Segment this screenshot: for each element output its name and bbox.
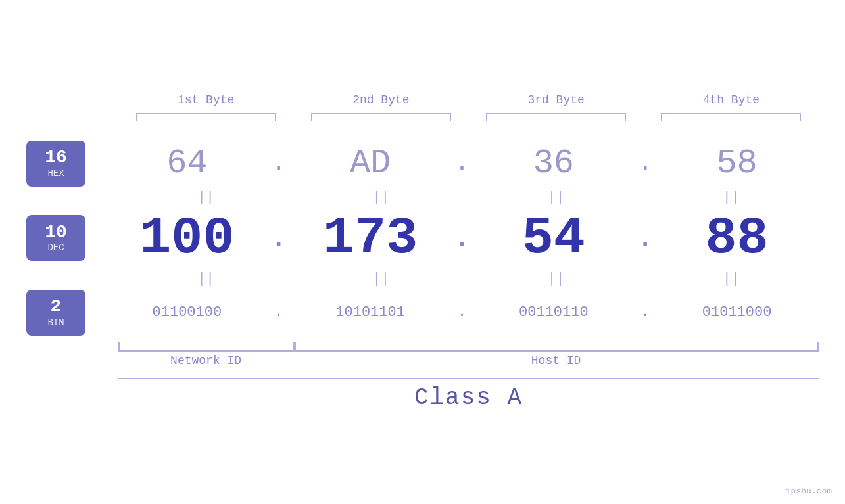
equals-1-b1: || bbox=[118, 189, 293, 206]
byte3-header: 3rd Byte bbox=[469, 93, 644, 106]
hex-byte1: 64 bbox=[105, 144, 269, 183]
equals-2-b4: || bbox=[644, 271, 819, 287]
bin-row: 2 BIN 01100100 . 10101101 . 00110110 . 0… bbox=[26, 290, 819, 336]
hex-base-label: HEX bbox=[47, 168, 64, 179]
hex-byte3: 36 bbox=[472, 144, 636, 183]
host-bracket bbox=[295, 342, 819, 352]
hex-base-number: 16 bbox=[45, 148, 67, 168]
top-brackets bbox=[26, 113, 819, 121]
equals-1-b4: || bbox=[644, 189, 819, 206]
byte-headers: 1st Byte 2nd Byte 3rd Byte 4th Byte bbox=[26, 93, 819, 106]
dec-values-row: 100 . 173 . 54 . 88 bbox=[105, 208, 819, 268]
bin-base-number: 2 bbox=[51, 297, 62, 317]
equals-1-b3: || bbox=[469, 189, 644, 206]
equals-2-b2: || bbox=[293, 271, 468, 287]
equals-2-b1: || bbox=[118, 271, 293, 287]
equals-2-b3: || bbox=[469, 271, 644, 287]
equals-1-b2: || bbox=[293, 189, 468, 206]
top-bracket-1 bbox=[118, 113, 293, 121]
dec-byte1: 100 bbox=[105, 208, 269, 268]
dec-byte3: 54 bbox=[472, 208, 636, 268]
host-id-label-cell: Host ID bbox=[293, 354, 819, 367]
dec-row: 10 DEC 100 . 173 . 54 . 88 bbox=[26, 208, 819, 268]
byte4-header: 4th Byte bbox=[644, 93, 819, 106]
hex-values-row: 64 . AD . 36 . 58 bbox=[105, 144, 819, 183]
network-bracket bbox=[118, 342, 295, 352]
byte1-header: 1st Byte bbox=[118, 93, 293, 106]
bin-byte2: 10101101 bbox=[289, 304, 452, 321]
dec-base-label: DEC bbox=[47, 242, 64, 253]
bin-badge: 2 BIN bbox=[26, 290, 85, 336]
top-bracket-4 bbox=[644, 113, 819, 121]
main-container: 1st Byte 2nd Byte 3rd Byte 4th Byte 16 H… bbox=[0, 0, 845, 504]
class-label: Class A bbox=[118, 384, 819, 411]
equals-row-2: || || || || bbox=[26, 271, 819, 287]
bottom-brackets-container bbox=[26, 342, 819, 352]
network-id-label: Network ID bbox=[170, 354, 241, 367]
labels-row: Network ID Host ID bbox=[26, 354, 819, 367]
watermark: ipshu.com bbox=[786, 486, 832, 496]
dec-byte4: 88 bbox=[655, 208, 819, 268]
bin-dot2: . bbox=[452, 306, 472, 320]
equals-row-1: || || || || bbox=[26, 189, 819, 206]
top-bracket-2 bbox=[293, 113, 468, 121]
host-id-label: Host ID bbox=[531, 354, 581, 367]
hex-badge: 16 HEX bbox=[26, 141, 85, 187]
bin-byte1: 01100100 bbox=[105, 304, 269, 321]
bin-byte4: 01011000 bbox=[655, 304, 819, 321]
dec-badge: 10 DEC bbox=[26, 215, 85, 261]
dec-byte2: 173 bbox=[289, 208, 452, 268]
bin-values-row: 01100100 . 10101101 . 00110110 . 0101100… bbox=[105, 304, 819, 321]
hex-dot2: . bbox=[452, 150, 472, 177]
bin-byte3: 00110110 bbox=[472, 304, 636, 321]
dec-base-number: 10 bbox=[45, 223, 67, 243]
bin-base-label: BIN bbox=[47, 317, 64, 328]
bin-dot1: . bbox=[269, 306, 289, 320]
hex-row: 16 HEX 64 . AD . 36 . 58 bbox=[26, 141, 819, 187]
hex-dot3: . bbox=[635, 150, 655, 177]
dec-dot1: . bbox=[269, 222, 289, 254]
top-bracket-3 bbox=[469, 113, 644, 121]
class-row: Class A bbox=[26, 378, 819, 411]
hex-dot1: . bbox=[269, 150, 289, 177]
hex-byte2: AD bbox=[289, 144, 452, 183]
bin-dot3: . bbox=[635, 306, 655, 320]
byte2-header: 2nd Byte bbox=[293, 93, 468, 106]
network-id-label-cell: Network ID bbox=[118, 354, 293, 367]
dec-dot2: . bbox=[452, 222, 472, 254]
dec-dot3: . bbox=[635, 222, 655, 254]
class-line bbox=[118, 378, 819, 379]
hex-byte4: 58 bbox=[655, 144, 819, 183]
